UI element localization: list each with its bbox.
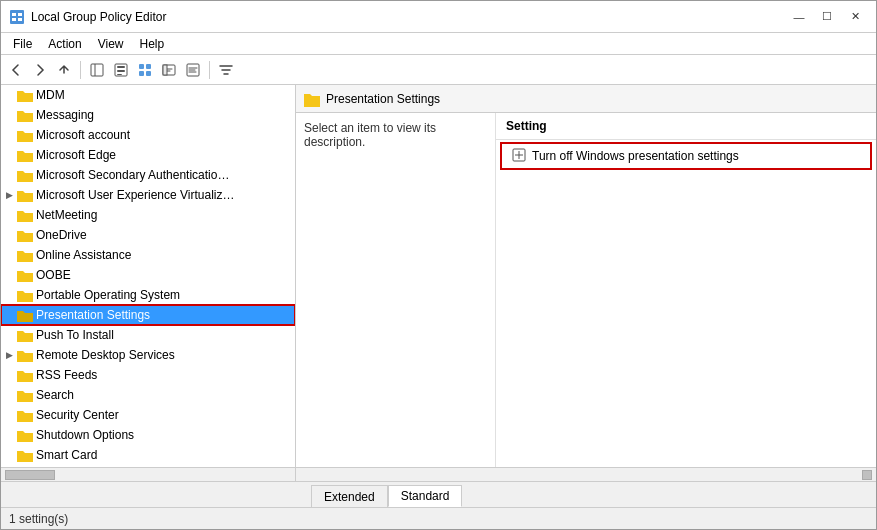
tree-item-shutdown[interactable]: Shutdown Options [1,425,295,445]
expand-arrow-search [1,385,17,405]
svg-rect-3 [12,18,16,21]
tree-item-ms-user-exp[interactable]: ▶ Microsoft User Experience Virtualiz… [1,185,295,205]
toolbar-back[interactable] [5,59,27,81]
toolbar-btn5[interactable] [182,59,204,81]
right-pane: Presentation Settings Select an item to … [296,85,876,481]
folder-icon-mdm [17,87,33,103]
right-hscroll-track [296,470,876,480]
expand-arrow-smart-card [1,445,17,465]
toolbar [1,55,876,85]
tree-label-push-to-install: Push To Install [36,328,114,342]
tree-item-online-assistance[interactable]: Online Assistance [1,245,295,265]
window-title: Local Group Policy Editor [31,10,166,24]
right-header-folder-icon [304,91,320,107]
folder-icon-security-center [17,407,33,423]
tree-item-mdm[interactable]: MDM [1,85,295,105]
tree-item-ms-secondary[interactable]: Microsoft Secondary Authenticatio… [1,165,295,185]
setting-item-label: Turn off Windows presentation settings [532,149,739,163]
tree-label-oobe: OOBE [36,268,71,282]
tab-standard[interactable]: Standard [388,485,463,507]
folder-icon-ms-user-exp [17,187,33,203]
setting-item-turn-off-presentation[interactable]: Turn off Windows presentation settings [502,144,870,168]
svg-rect-1 [12,13,16,16]
tree-item-messaging[interactable]: Messaging [1,105,295,125]
tree-item-portable-os[interactable]: Portable Operating System [1,285,295,305]
expand-arrow-push-to-install [1,325,17,345]
expand-arrow-ms-account [1,125,17,145]
tree-label-rss: RSS Feeds [36,368,97,382]
toolbar-btn4[interactable] [158,59,180,81]
main-window: Local Group Policy Editor — ☐ ✕ File Act… [0,0,877,530]
toolbar-btn3[interactable] [134,59,156,81]
right-hscroll[interactable] [296,467,876,481]
app-icon [9,9,25,25]
toolbar-filter[interactable] [215,59,237,81]
toolbar-show-hide-tree[interactable] [86,59,108,81]
folder-icon-ms-secondary [17,167,33,183]
toolbar-btn2[interactable] [110,59,132,81]
minimize-button[interactable]: — [786,7,812,27]
expand-arrow-online-assistance [1,245,17,265]
settings-column-header: Setting [496,113,876,140]
right-hscroll-thumb [862,470,872,480]
svg-rect-14 [146,71,151,76]
menu-file[interactable]: File [5,35,40,53]
svg-rect-8 [117,66,125,68]
tree-item-remote-desktop[interactable]: ▶ Remote Desktop Services [1,345,295,365]
tree-scroll[interactable]: MDM Messaging Microsoft account [1,85,295,467]
tree-label-ms-secondary: Microsoft Secondary Authenticatio… [36,168,229,182]
title-bar-left: Local Group Policy Editor [9,9,166,25]
tab-extended[interactable]: Extended [311,485,388,507]
description-pane: Select an item to view its description. [296,113,496,467]
tabs-bar: Extended Standard [1,481,876,507]
folder-icon-search [17,387,33,403]
status-bar: 1 setting(s) [1,507,876,529]
tree-hscroll[interactable] [1,467,295,481]
folder-icon-netmeeting [17,207,33,223]
tree-item-oobe[interactable]: OOBE [1,265,295,285]
setting-item-icon [512,148,526,164]
expand-arrow-ms-edge [1,145,17,165]
tree-label-mdm: MDM [36,88,65,102]
folder-icon-ms-account [17,127,33,143]
window-controls: — ☐ ✕ [786,7,868,27]
svg-rect-10 [117,74,122,75]
expand-arrow-remote-desktop[interactable]: ▶ [1,345,17,365]
folder-icon-portable-os [17,287,33,303]
expand-arrow-presentation [1,305,17,325]
folder-icon-ms-edge [17,147,33,163]
menu-help[interactable]: Help [132,35,173,53]
tree-item-onedrive[interactable]: OneDrive [1,225,295,245]
expand-arrow-oobe [1,265,17,285]
toolbar-up[interactable] [53,59,75,81]
tree-item-security-center[interactable]: Security Center [1,405,295,425]
svg-rect-4 [18,18,22,21]
menu-action[interactable]: Action [40,35,89,53]
close-button[interactable]: ✕ [842,7,868,27]
tree-item-smart-card[interactable]: Smart Card [1,445,295,465]
tree-item-search[interactable]: Search [1,385,295,405]
svg-rect-16 [163,65,167,75]
expand-arrow-ms-user-exp[interactable]: ▶ [1,185,17,205]
expand-arrow-mdm [1,85,17,105]
menu-view[interactable]: View [90,35,132,53]
expand-arrow-rss [1,365,17,385]
tree-item-rss-feeds[interactable]: RSS Feeds [1,365,295,385]
svg-rect-12 [146,64,151,69]
tree-item-presentation-settings[interactable]: Presentation Settings [1,305,295,325]
expand-arrow-portable-os [1,285,17,305]
folder-icon-shutdown [17,427,33,443]
right-panel-header: Presentation Settings [296,85,876,113]
svg-rect-2 [18,13,22,16]
status-text: 1 setting(s) [9,512,68,526]
tree-label-ms-user-exp: Microsoft User Experience Virtualiz… [36,188,235,202]
maximize-button[interactable]: ☐ [814,7,840,27]
tree-item-ms-edge[interactable]: Microsoft Edge [1,145,295,165]
folder-icon-smart-card [17,447,33,463]
tree-item-microsoft-account[interactable]: Microsoft account [1,125,295,145]
tree-item-netmeeting[interactable]: NetMeeting [1,205,295,225]
tree-item-push-to-install[interactable]: Push To Install [1,325,295,345]
folder-icon-remote-desktop [17,347,33,363]
toolbar-forward[interactable] [29,59,51,81]
toolbar-sep-2 [209,61,210,79]
